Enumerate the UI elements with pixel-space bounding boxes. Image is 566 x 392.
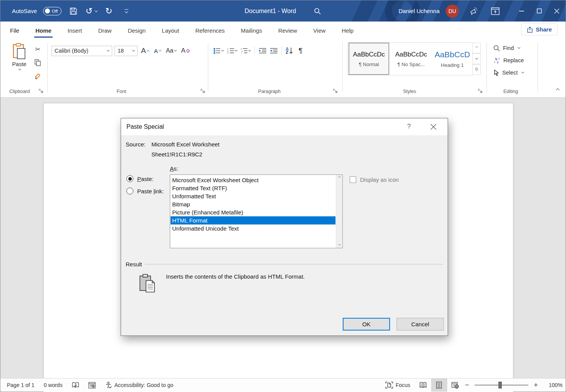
tab-draw[interactable]: Draw [90, 22, 120, 39]
scroll-down-icon[interactable] [336, 241, 343, 248]
style-heading1[interactable]: AaBbCcD Heading 1 [432, 43, 472, 75]
paste-link-radio-button[interactable] [126, 188, 133, 194]
list-option[interactable]: Formatted Text (RTF) [171, 184, 335, 192]
tab-home[interactable]: Home [27, 22, 60, 39]
cut-icon[interactable]: ✂ [33, 44, 43, 55]
paste-button[interactable]: Paste [7, 43, 31, 85]
shrink-font-button[interactable]: A [153, 45, 163, 56]
styles-scroll-up-icon[interactable] [472, 43, 481, 53]
dialog-title-bar: Paste Special [121, 118, 448, 135]
styles-scroll-down-icon[interactable] [472, 53, 481, 64]
accessibility-status[interactable]: Accessibility: Good to go [100, 379, 178, 392]
tab-references[interactable]: References [187, 22, 233, 39]
list-option[interactable]: Microsoft Excel Worksheet Object [171, 176, 335, 184]
format-painter-icon[interactable] [33, 71, 43, 81]
share-button[interactable]: Share [521, 23, 558, 35]
zoom-in-button[interactable]: + [532, 381, 539, 389]
list-option[interactable]: Unformatted Text [171, 192, 335, 200]
tab-mailings[interactable]: Mailings [233, 22, 270, 39]
source-label: Source: [126, 141, 146, 148]
font-size-combobox[interactable]: 18 [115, 46, 138, 56]
change-case-button[interactable]: Aa [165, 45, 178, 56]
page-indicator[interactable]: Page 1 of 1 [0, 379, 39, 392]
multilevel-list-button[interactable]: 1ai [239, 45, 252, 56]
sort-button[interactable]: AZ [284, 45, 294, 56]
web-layout-icon[interactable] [447, 379, 463, 392]
tab-view[interactable]: View [305, 22, 334, 39]
find-button[interactable]: Find [493, 43, 520, 53]
clipboard-dialog-launcher-icon[interactable] [39, 89, 44, 94]
list-scrollbar[interactable] [336, 175, 342, 248]
paragraph-dialog-launcher-icon[interactable] [333, 89, 339, 94]
paste-radio-button[interactable] [126, 175, 133, 182]
paste-as-listbox[interactable]: Microsoft Excel Worksheet Object Formatt… [170, 174, 343, 248]
tab-layout[interactable]: Layout [154, 22, 187, 39]
list-option-selected[interactable]: HTML Format [171, 216, 335, 224]
source-range: Sheet1!R1C1:R9C2 [151, 151, 202, 158]
redo-icon[interactable]: ↻ [103, 5, 115, 18]
autosave-state: Off [52, 9, 58, 13]
tab-insert[interactable]: Insert [60, 22, 90, 39]
focus-button[interactable]: Focus [381, 379, 415, 392]
replace-button[interactable]: b c Replace [493, 55, 524, 65]
paste-special-dialog: Paste Special ? Source: Microsoft Excel … [121, 118, 448, 336]
ok-button[interactable]: OK [343, 318, 390, 331]
collapse-ribbon-icon[interactable] [555, 87, 559, 93]
scroll-up-icon[interactable] [336, 175, 343, 181]
styles-more-icon[interactable] [472, 64, 481, 75]
user-name[interactable]: Daniel Uchenna [398, 8, 440, 14]
list-option[interactable]: Picture (Enhanced Metafile) [171, 208, 335, 216]
paste-link-radio[interactable]: Paste link: [126, 188, 164, 194]
undo-icon[interactable]: ↺ [85, 5, 97, 18]
select-button[interactable]: Select [493, 68, 524, 78]
increase-indent-button[interactable] [269, 45, 279, 56]
tab-review[interactable]: Review [270, 22, 305, 39]
paragraph-mark-button[interactable]: ¶ [295, 45, 305, 56]
coming-soon-megaphone-icon[interactable] [468, 5, 480, 18]
font-name-combobox[interactable]: Calibri (Body) [51, 46, 112, 56]
close-button[interactable] [548, 0, 566, 22]
zoom-slider[interactable] [475, 385, 528, 385]
zoom-level[interactable]: 100% [543, 382, 563, 388]
numbering-button[interactable]: 123 [226, 45, 238, 56]
style-normal[interactable]: AaBbCcDc ¶ Normal [349, 43, 389, 75]
dialog-close-icon[interactable] [428, 122, 438, 132]
tab-design[interactable]: Design [120, 22, 154, 39]
display-as-icon-checkbox[interactable] [350, 176, 356, 183]
editor-icon[interactable] [84, 379, 100, 392]
replace-icon: b c [493, 57, 500, 64]
display-as-icon-option[interactable]: Display as icon [350, 176, 399, 183]
decrease-indent-button[interactable] [257, 45, 267, 56]
paste-label: Paste [12, 61, 26, 67]
search-icon[interactable] [314, 7, 321, 15]
minimize-button[interactable] [513, 0, 530, 22]
dialog-help-button[interactable]: ? [407, 123, 411, 130]
status-bar: Page 1 of 1 0 words Accessibility: Good … [0, 378, 566, 392]
bullets-button[interactable] [212, 45, 225, 56]
clear-formatting-button[interactable]: A [180, 45, 191, 56]
list-option[interactable]: Bitmap [171, 200, 335, 208]
tab-help[interactable]: Help [334, 22, 362, 39]
tab-file[interactable]: File [2, 22, 27, 39]
grow-font-button[interactable]: A [140, 45, 150, 56]
style-no-spacing[interactable]: AaBbCcDc ¶ No Spac... [391, 43, 432, 75]
styles-group-label: Styles [388, 89, 431, 94]
ribbon-display-options-icon[interactable] [490, 5, 501, 18]
print-layout-icon[interactable] [431, 379, 447, 392]
paste-radio[interactable]: Paste: [126, 175, 154, 182]
avatar[interactable]: DU [446, 5, 459, 18]
list-option[interactable]: Unformatted Unicode Text [171, 224, 335, 233]
zoom-slider-handle[interactable] [498, 382, 502, 389]
customize-quick-access-icon[interactable] [121, 5, 132, 18]
read-mode-icon[interactable] [415, 379, 431, 392]
font-dialog-launcher-icon[interactable] [201, 89, 206, 94]
autosave-toggle[interactable]: Off [43, 7, 61, 15]
copy-icon[interactable] [33, 57, 43, 68]
word-count[interactable]: 0 words [39, 379, 67, 392]
save-icon[interactable] [68, 5, 79, 18]
zoom-out-button[interactable]: − [463, 381, 471, 389]
cancel-button[interactable]: Cancel [397, 318, 444, 331]
maximize-button[interactable] [530, 0, 548, 22]
styles-dialog-launcher-icon[interactable] [478, 89, 483, 94]
proofing-icon[interactable] [67, 379, 84, 392]
